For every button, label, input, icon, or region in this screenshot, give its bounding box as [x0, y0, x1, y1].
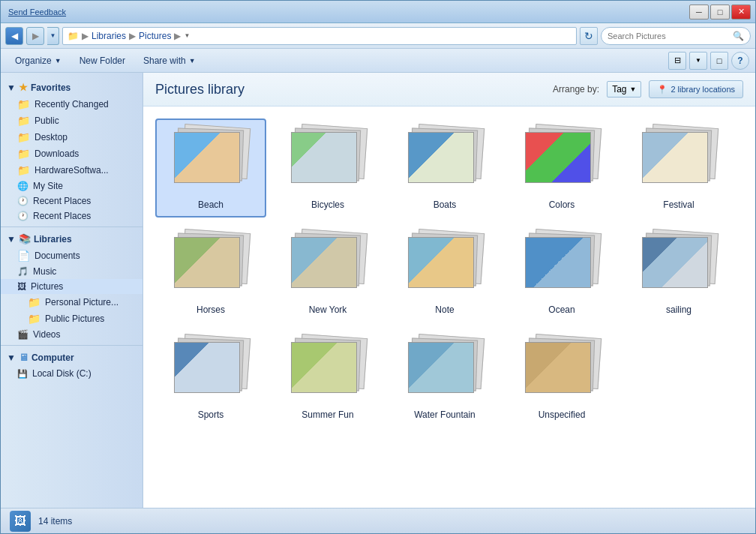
chevron-libraries-icon: ▼ — [7, 234, 16, 244]
new-folder-label: New Folder — [80, 56, 125, 66]
computer-label: Computer — [32, 352, 74, 363]
sidebar-item-personal-pictures[interactable]: 📁 Personal Picture... — [1, 294, 142, 310]
folder-item-ocean[interactable]: Ocean — [506, 224, 617, 322]
sidebar-item-mysite[interactable]: 🌐 My Site — [1, 178, 142, 194]
view-toggle-button[interactable]: ⊟ — [668, 52, 686, 70]
folder-name: Note — [435, 304, 454, 315]
photo-front — [525, 342, 591, 393]
photo-stack — [170, 231, 252, 298]
folder-icon: 📁 — [17, 98, 30, 110]
sidebar-item-public[interactable]: 📁 Public — [1, 112, 142, 129]
minimize-button[interactable]: ─ — [689, 4, 709, 20]
share-with-button[interactable]: Share with ▼ — [135, 52, 204, 70]
address-bar: ◀ ▶ ▼ 📁 ▶ Libraries ▶ Pictures ▶ ▼ ↻ 🔍 — [1, 23, 755, 49]
photo-front — [525, 237, 591, 288]
photo-stack — [286, 336, 369, 404]
recent-icon: 🕐 — [17, 196, 28, 206]
view-dropdown-button[interactable]: ▼ — [689, 52, 707, 70]
sidebar-header-favorites[interactable]: ▼ ★ Favorites — [1, 79, 142, 96]
sidebar-item-downloads[interactable]: 📁 Downloads — [1, 146, 142, 162]
toolbar-right: ⊟ ▼ □ ? — [668, 52, 749, 70]
window: Send Feedback ─ □ ✕ ◀ ▶ ▼ 📁 ▶ Libraries … — [0, 0, 756, 534]
share-with-label: Share with — [143, 56, 186, 66]
sidebar-item-videos[interactable]: 🎬 Videos — [1, 327, 142, 342]
folder-item-boats[interactable]: Boats — [389, 118, 500, 218]
folder-name: Colors — [549, 200, 575, 210]
sidebar-item-label: My Site — [33, 181, 63, 191]
star-icon: ★ — [19, 82, 28, 93]
send-feedback-link[interactable]: Send Feedback — [8, 8, 66, 16]
photo-front — [408, 237, 474, 288]
sidebar-item-recent-places-2[interactable]: 🕐 Recent Places — [1, 208, 142, 224]
photo-front — [174, 132, 240, 183]
arrange-dropdown[interactable]: Tag ▼ — [607, 81, 641, 98]
folder-item-beach[interactable]: Beach — [155, 118, 266, 218]
search-input[interactable] — [608, 32, 730, 40]
address-path[interactable]: 📁 ▶ Libraries ▶ Pictures ▶ ▼ — [62, 27, 577, 45]
folder-item-note[interactable]: Note — [389, 224, 500, 322]
title-bar: Send Feedback ─ □ ✕ — [1, 1, 755, 23]
folder-item-unspecified[interactable]: Unspecified — [506, 328, 617, 428]
sidebar-item-pictures[interactable]: 🖼 Pictures — [1, 279, 142, 294]
folder-item-colors[interactable]: Colors — [506, 118, 617, 218]
sidebar-item-label: Public Pictures — [45, 314, 104, 324]
photo-stack — [520, 231, 603, 298]
sidebar-item-documents[interactable]: 📄 Documents — [1, 248, 142, 264]
refresh-button[interactable]: ↻ — [580, 27, 598, 45]
organize-label: Organize — [15, 56, 52, 66]
help-button[interactable]: ? — [731, 52, 749, 70]
favorites-label: Favorites — [31, 82, 70, 93]
sidebar-header-libraries[interactable]: ▼ 📚 Libraries — [1, 230, 142, 248]
photo-front — [174, 342, 240, 393]
library-locations-button[interactable]: 📍 2 library locations — [649, 80, 743, 98]
folder-item-horses[interactable]: Horses — [155, 224, 266, 322]
sidebar-item-music[interactable]: 🎵 Music — [1, 264, 142, 279]
maximize-button[interactable]: □ — [710, 4, 730, 20]
sidebar-item-label: Public — [34, 116, 59, 126]
search-box[interactable]: 🔍 — [601, 27, 751, 45]
folder-name: Beach — [198, 200, 224, 210]
locations-label: 2 library locations — [670, 85, 735, 94]
arrange-arrow-icon: ▼ — [629, 86, 636, 93]
path-libraries[interactable]: Libraries — [92, 31, 126, 41]
folder-name: Unspecified — [538, 410, 586, 420]
sidebar-item-public-pictures[interactable]: 📁 Public Pictures — [1, 310, 142, 327]
folder-item-newyork[interactable]: New York — [272, 224, 383, 322]
nav-dropdown-button[interactable]: ▼ — [47, 27, 59, 45]
status-icon: 🖼 — [10, 511, 31, 532]
preview-pane-button[interactable]: □ — [710, 52, 728, 70]
folder-name: Sports — [198, 410, 224, 420]
sidebar-item-label: Pictures — [31, 281, 63, 292]
computer-icon: 🖥 — [19, 352, 28, 363]
sidebar-item-recent-places-1[interactable]: 🕐 Recent Places — [1, 194, 142, 208]
close-button[interactable]: ✕ — [731, 4, 751, 20]
folder-name: sailing — [666, 304, 692, 315]
sidebar-item-label: Desktop — [34, 132, 68, 142]
photo-stack — [404, 336, 486, 404]
folder-icon: 📁 — [28, 296, 40, 308]
new-folder-button[interactable]: New Folder — [71, 52, 134, 70]
sidebar: ▼ ★ Favorites 📁 Recently Changed 📁 Publi… — [1, 73, 143, 508]
main-area: ▼ ★ Favorites 📁 Recently Changed 📁 Publi… — [1, 73, 755, 508]
folder-item-summerfun[interactable]: Summer Fun — [272, 328, 383, 428]
back-button[interactable]: ◀ — [5, 27, 23, 45]
locations-icon: 📍 — [657, 85, 668, 94]
path-root-icon: 📁 — [68, 31, 79, 41]
recent-icon: 🕐 — [17, 211, 28, 221]
folder-item-sports[interactable]: Sports — [155, 328, 266, 428]
libraries-label: Libraries — [34, 234, 72, 244]
sidebar-item-hardwaresoftware[interactable]: 📁 HardwareSoftwa... — [1, 162, 142, 178]
folder-item-bicycles[interactable]: Bicycles — [272, 118, 383, 218]
forward-button[interactable]: ▶ — [26, 27, 44, 45]
folder-item-sailing[interactable]: sailing — [623, 224, 734, 322]
path-pictures[interactable]: Pictures — [139, 31, 171, 41]
photo-front — [174, 237, 240, 288]
sidebar-item-localdisk[interactable]: 💾 Local Disk (C:) — [1, 366, 142, 381]
folder-item-waterfountain[interactable]: Water Fountain — [389, 328, 500, 428]
folder-item-festival[interactable]: Festival — [623, 118, 734, 218]
sidebar-item-recently-changed[interactable]: 📁 Recently Changed — [1, 96, 142, 112]
organize-button[interactable]: Organize ▼ — [7, 52, 70, 70]
sidebar-item-desktop[interactable]: 📁 Desktop — [1, 129, 142, 146]
sidebar-header-computer[interactable]: ▼ 🖥 Computer — [1, 349, 142, 366]
sidebar-group-libraries: ▼ 📚 Libraries 📄 Documents 🎵 Music 🖼 Pict… — [1, 230, 142, 342]
